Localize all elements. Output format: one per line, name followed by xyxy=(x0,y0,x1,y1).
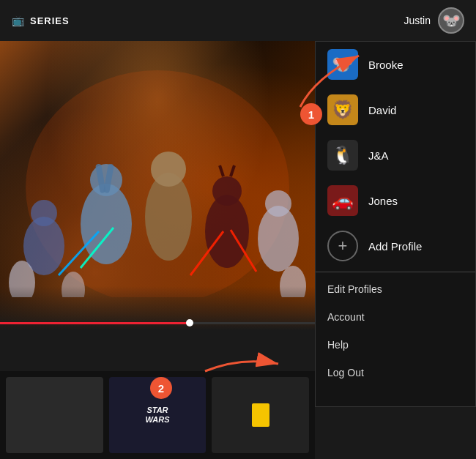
menu-divider xyxy=(316,272,475,272)
menu-item-edit-profiles[interactable]: Edit Profiles xyxy=(316,275,475,303)
progress-fill xyxy=(0,322,189,324)
thumbnail-1[interactable] xyxy=(6,377,103,453)
svg-point-10 xyxy=(212,176,242,206)
progress-bar[interactable] xyxy=(0,322,315,324)
profile-item-david[interactable]: 🦁 David xyxy=(316,87,475,133)
annotation-1: 1 xyxy=(300,103,322,125)
tv-icon: 📺 xyxy=(12,15,24,26)
svg-point-2 xyxy=(31,200,57,226)
progress-dot xyxy=(186,319,193,326)
add-profile-item[interactable]: + Add Profile xyxy=(316,223,475,269)
menu-item-help[interactable]: Help xyxy=(316,331,475,359)
menu-item-logout[interactable]: Log Out xyxy=(316,359,475,387)
characters-svg xyxy=(0,41,315,297)
thumbnail-natgeo[interactable] xyxy=(212,377,309,453)
current-user-name: Justin xyxy=(404,15,431,26)
profile-avatar-jana: 🐧 xyxy=(327,140,358,171)
profile-item-brooke[interactable]: 🐭 Brooke xyxy=(316,42,475,87)
profile-dropdown: 🐭 Brooke 🦁 David 🐧 J&A 🚗 Jones + Add Pro… xyxy=(315,41,476,407)
series-label: SERIES xyxy=(30,15,70,26)
starwars-text-1: STAR xyxy=(146,406,170,415)
header-right: Justin 🐭 xyxy=(404,7,464,34)
menu-item-account[interactable]: Account xyxy=(316,303,475,331)
svg-point-14 xyxy=(265,190,291,217)
profile-name-brooke: Brooke xyxy=(368,59,404,71)
natgeo-logo xyxy=(252,403,269,427)
hero-image xyxy=(0,41,315,330)
profile-name-jones: Jones xyxy=(368,195,398,207)
profile-name-jana: J&A xyxy=(368,149,389,162)
add-profile-label: Add Profile xyxy=(368,240,422,253)
svg-point-8 xyxy=(151,152,186,187)
profile-item-jones[interactable]: 🚗 Jones xyxy=(316,178,475,223)
starwars-text-2: WARS xyxy=(146,415,170,425)
profile-item-jana[interactable]: 🐧 J&A xyxy=(316,133,475,178)
header: 📺 SERIES Justin 🐭 xyxy=(0,0,476,41)
profile-avatar-david: 🦁 xyxy=(327,94,358,125)
current-user-avatar[interactable]: 🐭 xyxy=(438,7,464,34)
profile-name-david: David xyxy=(368,104,396,116)
header-left: 📺 SERIES xyxy=(12,15,70,26)
profile-avatar-jones: 🚗 xyxy=(327,185,358,216)
add-profile-circle: + xyxy=(327,231,358,261)
main-content: STAR WARS 🐭 Brooke 🦁 David 🐧 J&A 🚗 Jones xyxy=(0,41,476,459)
annotation-2: 2 xyxy=(150,377,172,399)
avatar-icon: 🐭 xyxy=(442,12,461,29)
profile-avatar-brooke: 🐭 xyxy=(327,49,358,80)
